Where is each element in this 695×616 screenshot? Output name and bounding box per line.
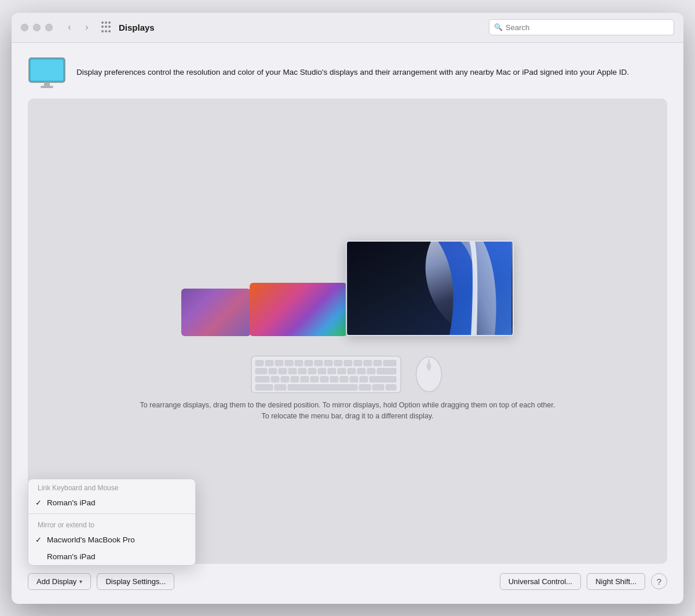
title-bar: ‹ › Displays 🔍: [12, 13, 683, 43]
svg-rect-42: [340, 376, 348, 382]
svg-rect-3: [41, 86, 53, 88]
help-button[interactable]: ?: [651, 573, 667, 589]
main-window: ‹ › Displays 🔍: [12, 13, 683, 604]
svg-rect-7: [255, 360, 264, 366]
svg-rect-49: [359, 384, 371, 390]
svg-rect-47: [275, 384, 286, 390]
keyboard-mouse-illustration: [251, 353, 445, 395]
dropdown-item-macworld-macbook[interactable]: Macworld's MacBook Pro: [28, 531, 195, 548]
svg-rect-25: [298, 368, 306, 374]
svg-rect-10: [285, 360, 293, 366]
search-input[interactable]: [506, 23, 669, 32]
svg-rect-46: [255, 384, 273, 390]
add-display-button[interactable]: Add Display ▾: [28, 573, 91, 590]
maximize-button[interactable]: [45, 24, 53, 31]
displays-container: [181, 240, 514, 336]
svg-rect-19: [374, 360, 382, 366]
search-icon: 🔍: [494, 23, 503, 31]
universal-control-button[interactable]: Universal Control...: [500, 573, 581, 590]
traffic-lights: [21, 24, 53, 31]
svg-rect-43: [350, 376, 358, 382]
svg-rect-23: [279, 368, 287, 374]
mirror-section-header: Mirror or extend to: [28, 516, 195, 531]
display-thumbnail-1[interactable]: [181, 289, 251, 336]
svg-rect-1: [31, 60, 63, 81]
svg-rect-32: [367, 368, 375, 374]
search-bar[interactable]: 🔍: [489, 19, 674, 35]
svg-rect-29: [338, 368, 346, 374]
svg-rect-33: [377, 368, 396, 374]
svg-rect-17: [354, 360, 362, 366]
svg-rect-28: [328, 368, 336, 374]
svg-rect-38: [301, 376, 309, 382]
info-description: Display preferences control the resoluti…: [76, 67, 629, 79]
svg-rect-12: [305, 360, 313, 366]
window-title: Displays: [119, 23, 489, 32]
svg-rect-26: [308, 368, 316, 374]
svg-rect-14: [324, 360, 332, 366]
forward-button[interactable]: ›: [79, 20, 94, 35]
hint-text: To rearrange displays, drag them to the …: [139, 400, 556, 422]
svg-rect-51: [386, 384, 396, 390]
nav-buttons: ‹ ›: [62, 20, 94, 35]
svg-rect-27: [318, 368, 326, 374]
svg-rect-40: [320, 376, 328, 382]
svg-rect-21: [255, 368, 267, 374]
svg-rect-8: [265, 360, 273, 366]
svg-rect-50: [372, 384, 384, 390]
svg-rect-16: [344, 360, 352, 366]
svg-rect-13: [314, 360, 323, 366]
dropdown-item-romans-ipad-link[interactable]: Roman's iPad: [28, 494, 195, 511]
svg-rect-9: [275, 360, 283, 366]
display-thumbnail-2[interactable]: [250, 283, 347, 336]
svg-rect-45: [370, 376, 396, 382]
svg-rect-36: [281, 376, 289, 382]
link-keyboard-section-header: Link Keyboard and Mouse: [28, 479, 195, 494]
display-thumbnail-3[interactable]: [346, 240, 514, 336]
content-area: Display preferences control the resoluti…: [12, 43, 683, 604]
back-button[interactable]: ‹: [62, 20, 77, 35]
svg-rect-39: [310, 376, 319, 382]
svg-rect-18: [364, 360, 372, 366]
svg-rect-31: [357, 368, 365, 374]
svg-rect-24: [288, 368, 297, 374]
minimize-button[interactable]: [33, 24, 41, 31]
dropdown-divider: [28, 513, 195, 514]
monitor-icon: [28, 57, 67, 89]
svg-rect-41: [330, 376, 338, 382]
night-shift-button[interactable]: Night Shift...: [587, 573, 645, 590]
svg-rect-11: [295, 360, 303, 366]
svg-rect-37: [291, 376, 299, 382]
close-button[interactable]: [21, 24, 28, 31]
info-banner: Display preferences control the resoluti…: [28, 57, 667, 89]
svg-rect-20: [383, 360, 396, 366]
svg-point-54: [426, 363, 431, 370]
bottom-controls: Add Display ▾ Display Settings... Univer…: [28, 573, 667, 592]
grid-icon: [101, 21, 113, 33]
svg-rect-34: [255, 376, 269, 382]
svg-rect-44: [360, 376, 368, 382]
svg-rect-48: [288, 384, 357, 390]
svg-rect-35: [271, 376, 279, 382]
svg-rect-2: [44, 82, 50, 86]
svg-rect-22: [269, 368, 277, 374]
dropdown-item-romans-ipad-mirror[interactable]: Roman's iPad: [28, 548, 195, 565]
display-settings-button[interactable]: Display Settings...: [97, 573, 174, 590]
chevron-down-icon: ▾: [79, 578, 82, 585]
keyboard-svg: [251, 354, 401, 395]
svg-rect-30: [348, 368, 356, 374]
mouse-svg: [413, 353, 445, 395]
svg-rect-15: [334, 360, 342, 366]
add-display-dropdown: Link Keyboard and Mouse Roman's iPad Mir…: [28, 479, 196, 566]
